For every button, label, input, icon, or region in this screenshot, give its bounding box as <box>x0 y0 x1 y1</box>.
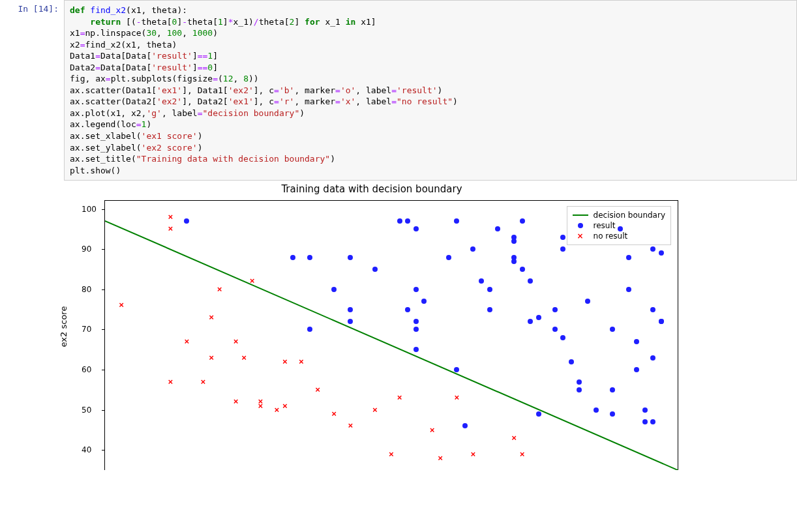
marker-no-result: × <box>430 426 435 434</box>
marker-no-result: × <box>258 402 263 410</box>
marker-result <box>659 319 664 324</box>
code-editor[interactable]: def find_x2(x1, theta): return [(-theta[… <box>64 0 797 181</box>
marker-result <box>405 218 410 224</box>
code-line[interactable]: x2=find_x2(x1, theta) <box>70 39 791 51</box>
marker-result <box>626 287 631 292</box>
marker-result <box>520 218 525 224</box>
marker-result <box>560 246 565 252</box>
code-line[interactable]: Data1=Data[Data['result']==1] <box>70 50 791 62</box>
code-line[interactable]: ax.legend(loc=1) <box>70 119 791 130</box>
y-tick-mark <box>102 289 105 290</box>
code-line[interactable]: fig, ax=plt.subplots(figsize=(12, 8)) <box>70 73 791 85</box>
marker-result <box>650 355 655 361</box>
marker-result <box>184 218 189 224</box>
legend-label: result <box>594 221 616 230</box>
marker-no-result: × <box>315 385 320 394</box>
y-tick-mark <box>102 329 105 330</box>
marker-result <box>511 239 517 244</box>
marker-result <box>414 327 419 332</box>
marker-no-result: × <box>168 377 173 386</box>
marker-result <box>414 226 419 231</box>
legend-row-no-result: × no result <box>573 231 665 241</box>
y-tick-mark <box>102 410 105 411</box>
marker-result <box>642 419 648 424</box>
y-tick-label: 90 <box>82 244 91 254</box>
marker-result <box>650 246 655 252</box>
marker-result <box>290 255 295 260</box>
marker-result <box>560 335 565 340</box>
y-tick-label: 100 <box>82 205 97 214</box>
marker-result <box>634 339 639 344</box>
code-line[interactable]: ax.plot(x1, x2,'g', label="decision boun… <box>70 108 791 119</box>
marker-no-result: × <box>454 394 459 402</box>
marker-result <box>487 287 492 292</box>
marker-no-result: × <box>233 337 239 346</box>
marker-result <box>405 307 410 312</box>
code-line[interactable]: plt.show() <box>70 165 791 177</box>
marker-no-result: × <box>258 398 263 406</box>
marker-result <box>348 307 353 312</box>
marker-result <box>560 235 565 240</box>
marker-result <box>307 255 312 260</box>
y-axis-label: ex2 score <box>59 306 68 347</box>
marker-no-result: × <box>250 277 255 286</box>
chart-legend: decision boundary result × no result <box>567 206 671 245</box>
marker-result <box>626 255 631 260</box>
y-tick-mark <box>102 209 105 210</box>
marker-no-result: × <box>185 337 190 346</box>
marker-result <box>331 287 337 292</box>
code-line[interactable]: ax.scatter(Data1['ex1'], Data1['ex2'], c… <box>70 85 791 96</box>
y-tick-label: 50 <box>82 406 91 415</box>
code-line[interactable]: ax.set_title("Training data with decisio… <box>70 153 791 165</box>
marker-result <box>659 250 664 256</box>
marker-no-result: × <box>209 353 214 362</box>
marker-result <box>307 327 312 332</box>
line-icon <box>573 214 588 216</box>
code-line[interactable]: x1=np.linspace(30, 100, 1000) <box>70 27 791 39</box>
marker-no-result: × <box>282 357 288 366</box>
marker-result <box>552 307 558 312</box>
marker-no-result: × <box>511 434 517 442</box>
code-line[interactable]: ax.set_ylabel('ex2 score') <box>70 142 791 154</box>
marker-result <box>536 411 541 417</box>
marker-result <box>594 407 599 413</box>
marker-result <box>414 319 419 324</box>
marker-no-result: × <box>168 225 173 233</box>
marker-result <box>511 255 517 260</box>
marker-result <box>511 235 517 240</box>
marker-result <box>528 278 533 284</box>
marker-result <box>610 387 615 392</box>
marker-no-result: × <box>520 450 525 458</box>
chart-title: Training data with decision boundary <box>59 183 685 195</box>
code-line[interactable]: ax.set_xlabel('ex1 score') <box>70 130 791 142</box>
marker-result <box>470 246 475 252</box>
code-line[interactable]: ax.scatter(Data2['ex2'], Data2['ex1'], c… <box>70 96 791 108</box>
marker-result <box>479 278 484 284</box>
code-line[interactable]: return [(-theta[0]-theta[1]*x_1)/theta[2… <box>70 16 791 28</box>
cell-prompt: In [14]: <box>0 0 64 14</box>
marker-no-result: × <box>299 357 304 366</box>
marker-no-result: × <box>201 377 206 386</box>
marker-result <box>569 359 574 364</box>
marker-result <box>552 327 558 332</box>
code-cell: In [14]: def find_x2(x1, theta): return … <box>0 0 797 181</box>
marker-result <box>536 315 541 320</box>
marker-result <box>397 218 402 224</box>
y-tick-label: 80 <box>82 285 91 294</box>
y-tick-label: 60 <box>82 365 91 374</box>
chart-output: Training data with decision boundary ex2… <box>59 183 685 470</box>
plot-area: decision boundary result × no result 405… <box>104 200 678 470</box>
svg-line-0 <box>105 221 678 470</box>
code-line[interactable]: Data2=Data[Data['result']==0] <box>70 62 791 74</box>
legend-label: decision boundary <box>594 211 665 220</box>
marker-no-result: × <box>209 313 214 321</box>
marker-no-result: × <box>397 394 402 402</box>
marker-result <box>659 319 664 324</box>
marker-no-result: × <box>438 454 443 462</box>
marker-no-result: × <box>471 450 476 458</box>
marker-result <box>414 347 419 352</box>
code-line[interactable]: def find_x2(x1, theta): <box>70 5 791 16</box>
y-tick-mark <box>102 450 105 451</box>
marker-result <box>577 387 582 392</box>
marker-result <box>610 411 615 417</box>
